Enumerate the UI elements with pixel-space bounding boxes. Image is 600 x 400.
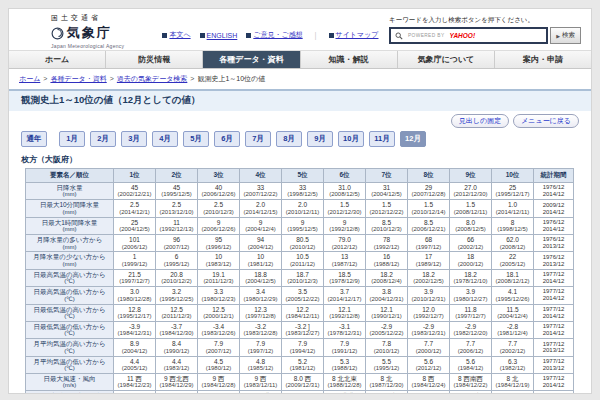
tab-1[interactable]: 1月: [59, 131, 85, 147]
record-value: 3.9: [450, 288, 491, 295]
element-name: 日最大瞬間風速・風向: [26, 392, 113, 394]
table-row-8: 日最低気温の低い方から(℃)-3.9(1984/12/31)-3.7(1984/…: [26, 321, 574, 338]
tab-3[interactable]: 3月: [121, 131, 147, 147]
record-cell: 7.9(1994/12): [282, 339, 324, 356]
record-date: (1981/12): [240, 261, 281, 268]
element-unit: (m/s): [26, 382, 113, 389]
tab-6[interactable]: 6月: [214, 131, 240, 147]
record-value: 8 北: [366, 375, 407, 382]
record-value: 4.8: [240, 358, 281, 365]
nav-item-1[interactable]: 防災情報: [105, 51, 202, 68]
table-row-0: 日降水量(mm)45(2002/12/21)45(1995/12/5)40(20…: [26, 183, 574, 200]
element-unit: (℃): [26, 313, 113, 320]
record-date: (1995/12/17): [492, 191, 533, 198]
statistics-period: 1977/122014/12: [534, 321, 574, 338]
record-cell: 1.0(2014/12/11): [492, 200, 534, 217]
header-link-1[interactable]: ENGLISH: [207, 32, 238, 39]
element-label-8: 日最低気温の低い方から(℃): [26, 321, 114, 338]
record-cell: 6(1995/12): [156, 252, 198, 269]
record-cell: 45(2002/12/21): [114, 183, 156, 200]
record-cell: 14.6 西(2014/12/13): [408, 391, 450, 394]
record-cell: 19.1(2011/12/3): [198, 269, 240, 286]
period-end: 2013/12: [534, 243, 573, 250]
tab-5[interactable]: 5月: [183, 131, 209, 147]
record-value: 9: [198, 219, 239, 226]
period-start: 1977/12: [534, 341, 573, 348]
record-date: (1980/12/28): [114, 296, 155, 303]
record-date: (2004/12/5): [366, 191, 407, 198]
record-cell: 2.0(2014/12/15): [240, 200, 282, 217]
search-button-arrow-icon: ▶: [556, 33, 560, 39]
nav-item-5[interactable]: 案内・申請: [494, 51, 591, 68]
record-cell: 12.8(1995/12/17): [114, 304, 156, 321]
record-cell: 3.9(2010/12/31): [408, 287, 450, 304]
record-cell: 18.2(2008/12/4): [366, 269, 408, 286]
record-date: (1978/12/10): [450, 278, 491, 285]
record-value: 4.4: [156, 358, 197, 365]
col-header-4: 4位: [240, 169, 282, 183]
element-label-6: 日最高気温の低い方から(℃): [26, 287, 114, 304]
record-value: 11 西: [114, 375, 155, 382]
record-date: (2012/12/30): [450, 191, 491, 198]
back-to-menu-button[interactable]: メニューに戻る: [513, 114, 579, 128]
agency-logo-row[interactable]: 気象庁: [51, 24, 124, 42]
record-date: (1981/12/4): [492, 330, 533, 337]
record-cell: -2.8(1981/12/4): [492, 321, 534, 338]
period-start: 1977/12: [534, 375, 573, 382]
tab-12[interactable]: 12月: [400, 131, 426, 147]
fix-heading-button[interactable]: 見出しの固定: [451, 114, 509, 128]
table-row-2: 日最大1時間降水量(mm)25(2004/12/5)11(1992/12/13)…: [26, 217, 574, 234]
record-date: (1996/12): [198, 244, 239, 251]
record-value: 7.9: [324, 340, 365, 347]
breadcrumb-link-1[interactable]: 各種データ・資料: [50, 75, 106, 82]
record-cell: 8.5(2006/12/21): [408, 217, 450, 234]
record-cell: 2.5(2010/12/3): [198, 200, 240, 217]
record-cell: 2.5(2014/12/1): [114, 200, 156, 217]
record-date: (2010/12/31): [408, 296, 449, 303]
record-value: 22: [492, 253, 533, 260]
search-input[interactable]: POWERED BY YAHOO!: [389, 27, 548, 44]
header-link-0[interactable]: 本文へ: [169, 30, 190, 40]
header-link-2[interactable]: ご意見・ご感想: [253, 30, 302, 40]
record-cell: 14.8 北北西(2013/12/10): [324, 391, 366, 394]
record-date: (1980/12/27): [450, 296, 491, 303]
record-date: (1980/12/23): [198, 296, 239, 303]
record-cell: 94(2004/12): [240, 235, 282, 252]
tab-8[interactable]: 8月: [276, 131, 302, 147]
record-cell: 2.5(2013/12/10): [156, 200, 198, 217]
nav-item-4[interactable]: 気象庁について: [397, 51, 494, 68]
nav-item-3[interactable]: 知識・解説: [300, 51, 397, 68]
header-link-3[interactable]: サイトマップ: [336, 30, 379, 40]
record-cell: 20.8(2010/12/2): [156, 269, 198, 286]
nav-item-0[interactable]: ホーム: [9, 51, 105, 68]
breadcrumb-link-2[interactable]: 過去の気象データ検索: [117, 75, 188, 82]
tab-7[interactable]: 7月: [245, 131, 271, 147]
breadcrumb-link-0[interactable]: ホーム: [19, 75, 40, 82]
record-value: 18.1: [492, 271, 533, 278]
record-value: 9: [240, 219, 281, 226]
record-cell: 5.5(1995/12): [366, 356, 408, 373]
tab-0[interactable]: 通年: [21, 131, 47, 147]
record-cell: 11(1992/12/13): [156, 217, 198, 234]
search-button-label: 検索: [562, 31, 575, 40]
record-value: 25: [114, 219, 155, 226]
breadcrumb-current: 観測史上1～10位の値: [197, 75, 265, 82]
nav-item-2[interactable]: 各種データ・資料: [202, 51, 299, 68]
search-button[interactable]: ▶ 検索: [550, 27, 581, 44]
record-cell: 5.3(1988/12): [324, 356, 366, 373]
record-value: 5.6: [408, 358, 449, 365]
record-cell: 9(2006/12/26): [198, 217, 240, 234]
ministry-name: 国土交通省: [51, 13, 124, 23]
tab-9[interactable]: 9月: [307, 131, 333, 147]
tab-10[interactable]: 10月: [338, 131, 364, 147]
tab-2[interactable]: 2月: [90, 131, 116, 147]
tab-4[interactable]: 4月: [152, 131, 178, 147]
record-cell: 31(2004/12/5): [366, 183, 408, 200]
record-date: (1994/12): [282, 348, 323, 355]
square-bullet-icon: [162, 33, 167, 38]
element-name: 月降水量の少ない方から: [26, 253, 113, 260]
breadcrumb-separator: >: [190, 75, 194, 82]
record-value: -3.2 ]: [282, 323, 323, 330]
tab-11[interactable]: 11月: [369, 131, 395, 147]
record-date: (2013/12/10): [156, 209, 197, 216]
